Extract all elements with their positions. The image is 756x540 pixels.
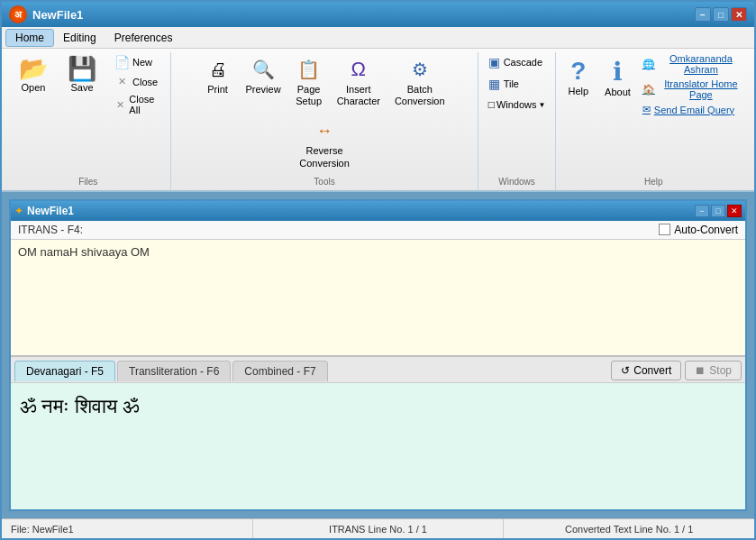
close-all-button[interactable]: ✕ Close All — [108, 91, 165, 118]
close-button[interactable]: ✕ — [731, 7, 747, 22]
print-label: Print — [207, 84, 228, 95]
preview-button[interactable]: 🔍 Preview — [240, 52, 287, 112]
tab-transliteration[interactable]: Transliteration - F6 — [117, 361, 231, 381]
doc-title: NewFile1 — [27, 205, 74, 217]
title-bar: अ NewFile1 − □ ✕ — [2, 2, 754, 27]
tab-devanagari[interactable]: Devanagari - F5 — [14, 361, 115, 381]
omkarananda-icon: 🌐 — [642, 59, 655, 70]
doc-title-left: ✦ NewFile1 — [14, 205, 74, 217]
doc-icon: ✦ — [14, 205, 23, 217]
status-itrans-line: ITRANS Line No. 1 / 1 — [253, 519, 505, 538]
windows-group-inner: ▣ Cascade ▦ Tile □ Windows ▼ — [484, 52, 551, 128]
help-button[interactable]: ? Help — [561, 52, 595, 116]
new-label: New — [132, 57, 152, 68]
send-email-icon: ✉ — [642, 104, 651, 115]
batch-conv-icon: ⚙ — [407, 57, 433, 82]
status-itrans-label: ITRANS Line No. 1 / 1 — [329, 524, 427, 535]
save-button[interactable]: 💾 Save — [59, 52, 105, 97]
windows-icon: □ — [488, 98, 495, 111]
doc-title-bar: ✦ NewFile1 − □ ✕ — [11, 201, 745, 221]
close-file-icon: ✕ — [114, 76, 129, 87]
windows-dropdown-button[interactable]: □ Windows ▼ — [484, 96, 551, 114]
menu-item-editing[interactable]: Editing — [54, 30, 105, 46]
doc-minimize-button[interactable]: − — [695, 205, 709, 217]
windows-group-label: Windows — [498, 177, 535, 187]
main-window: अ NewFile1 − □ ✕ Home Editing Preference… — [0, 0, 756, 540]
ribbon: 📂 Open 💾 Save 📄 New ✕ Close — [2, 49, 754, 192]
close-file-button[interactable]: ✕ Close — [108, 73, 165, 90]
batch-conv-button[interactable]: ⚙ Batch Conversion — [388, 52, 451, 112]
preview-label: Preview — [246, 84, 281, 95]
minimize-button[interactable]: − — [695, 7, 711, 22]
tile-label: Tile — [504, 78, 519, 89]
menu-item-preferences[interactable]: Preferences — [105, 30, 182, 46]
save-icon: 💾 — [68, 57, 96, 80]
omkarananda-label: Omkarananda Ashram — [659, 53, 743, 75]
itranslator-home-link[interactable]: 🏠 Itranslator Home Page — [641, 78, 745, 101]
doc-restore-button[interactable]: □ — [711, 205, 725, 217]
insert-char-label: Insert Character — [337, 84, 380, 107]
auto-convert-area: Auto-Convert — [659, 224, 738, 236]
open-button[interactable]: 📂 Open — [11, 52, 56, 97]
ribbon-group-tools: 🖨 Print 🔍 Preview 📋 Page Setup Ω Insert … — [171, 52, 478, 190]
new-icon: 📄 — [114, 55, 129, 69]
auto-convert-label: Auto-Convert — [674, 224, 738, 236]
ribbon-group-help: ? Help ℹ About 🌐 Omkarananda Ashram 🏠 It… — [556, 52, 751, 190]
reverse-conv-label: Reverse Conversion — [299, 145, 350, 169]
doc-window: ✦ NewFile1 − □ ✕ ITRANS - F4: Auto-Conve… — [9, 199, 747, 511]
status-converted-label: Converted Text Line No. 1 / 1 — [565, 524, 693, 535]
about-label: About — [605, 87, 631, 97]
file-small-btns: 📄 New ✕ Close ✕ Close All — [108, 52, 165, 133]
page-setup-button[interactable]: 📋 Page Setup — [289, 52, 329, 112]
close-all-icon: ✕ — [114, 99, 125, 111]
cascade-label: Cascade — [504, 57, 542, 68]
output-text: ॐ नमः शिवाय ॐ — [20, 390, 736, 422]
output-area[interactable]: ॐ नमः शिवाय ॐ — [11, 383, 745, 509]
open-icon: 📂 — [19, 57, 48, 80]
omkarananda-link[interactable]: 🌐 Omkarananda Ashram — [641, 52, 745, 76]
reverse-conv-button[interactable]: ↔ Reverse Conversion — [293, 114, 356, 173]
cascade-icon: ▣ — [488, 55, 500, 69]
input-text: OM namaH shivaaya OM — [18, 245, 150, 259]
auto-convert-checkbox[interactable] — [659, 224, 670, 235]
print-icon: 🖨 — [205, 57, 231, 82]
convert-label: Convert — [633, 364, 671, 377]
title-controls: − □ ✕ — [695, 7, 747, 22]
tile-icon: ▦ — [488, 77, 500, 91]
status-bar: File: NewFile1 ITRANS Line No. 1 / 1 Con… — [2, 518, 754, 538]
cascade-button[interactable]: ▣ Cascade — [484, 52, 551, 72]
print-button[interactable]: 🖨 Print — [198, 52, 238, 112]
itranslator-home-icon: 🏠 — [642, 84, 655, 96]
status-converted-line: Converted Text Line No. 1 / 1 — [504, 519, 754, 538]
stop-button[interactable]: ⏹ Stop — [685, 361, 742, 380]
title-bar-left: अ NewFile1 — [9, 5, 83, 23]
menu-item-home[interactable]: Home — [5, 29, 54, 47]
tabs-left: Devanagari - F5 Transliteration - F6 Com… — [14, 361, 328, 381]
doc-close-button[interactable]: ✕ — [727, 205, 742, 217]
help-group-inner: ? Help ℹ About 🌐 Omkarananda Ashram 🏠 It… — [561, 52, 745, 131]
doc-title-controls: − □ ✕ — [695, 205, 742, 217]
close-file-label: Close — [132, 77, 158, 87]
about-button[interactable]: ℹ About — [598, 52, 637, 116]
input-area[interactable]: OM namaH shivaaya OM — [11, 240, 745, 357]
stop-label: Stop — [709, 364, 732, 377]
send-email-link[interactable]: ✉ Send Email Query — [641, 103, 745, 116]
files-group-label: Files — [78, 177, 97, 187]
restore-button[interactable]: □ — [713, 7, 729, 22]
reverse-conv-icon: ↔ — [312, 118, 337, 143]
convert-button[interactable]: ↺ Convert — [611, 361, 681, 380]
ribbon-group-files: 📂 Open 💾 Save 📄 New ✕ Close — [5, 52, 171, 190]
insert-char-button[interactable]: Ω Insert Character — [331, 52, 387, 112]
windows-dropdown-label: Windows — [496, 99, 537, 110]
stop-icon: ⏹ — [695, 364, 706, 377]
tile-button[interactable]: ▦ Tile — [484, 74, 551, 94]
new-button[interactable]: 📄 New — [108, 52, 165, 72]
itranslator-home-label: Itranslator Home Page — [659, 78, 743, 100]
preview-icon: 🔍 — [250, 57, 276, 82]
ribbon-group-windows: ▣ Cascade ▦ Tile □ Windows ▼ Windows — [478, 52, 557, 190]
tools-group-label: Tools — [314, 177, 334, 187]
help-label: Help — [568, 86, 588, 96]
files-group-inner: 📂 Open 💾 Save 📄 New ✕ Close — [11, 52, 165, 133]
itrans-label: ITRANS - F4: — [18, 224, 83, 236]
tab-combined[interactable]: Combined - F7 — [232, 361, 327, 381]
